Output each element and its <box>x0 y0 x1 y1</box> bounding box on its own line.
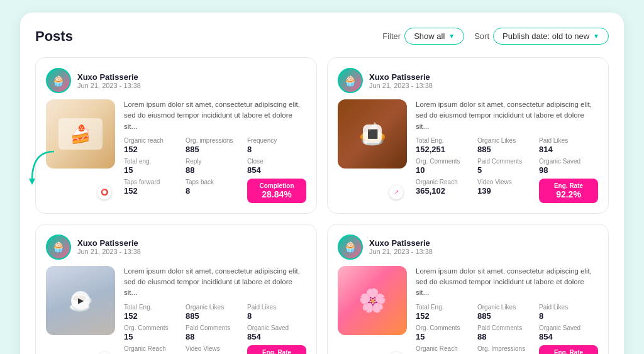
stats-grid-4: Total Eng. 152 Organic Likes 885 Paid Li… <box>416 304 598 355</box>
post-stats-2: Lorem ipsum dolor sit amet, consectetur … <box>416 99 598 203</box>
stats-grid-1: Organic reach 152 Org. impressions 885 F… <box>124 137 306 203</box>
stat-label: Close <box>247 158 306 165</box>
stat-value: 365,102 <box>416 186 475 196</box>
stat-value: 152,251 <box>416 145 475 154</box>
avatar-4: 🧁 <box>338 235 363 260</box>
highlight-label-4: Eng. Rate <box>554 349 583 355</box>
stat-label: Paid Likes <box>539 304 598 311</box>
svg-marker-0 <box>29 179 35 185</box>
post-date-4: Jun 21, 2023 - 13:38 <box>369 248 433 255</box>
stat-value: 152 <box>124 186 183 196</box>
stat-organic-reach-4: Organic Reach 152 <box>416 345 475 355</box>
stat-label: Paid Comments <box>477 158 536 165</box>
post-description-3: Lorem ipsum dolor sit amet, consectetur … <box>124 266 306 299</box>
post-body-1: 🍰 ⭕ Lorem ipsum dolor sit amet, consecte… <box>46 99 306 203</box>
stat-value: 8 <box>247 311 306 321</box>
post-author-4: Xuxo Patisserie <box>369 238 433 248</box>
post-date-2: Jun 21, 2023 - 13:38 <box>369 82 433 89</box>
stat-label: Paid Likes <box>247 304 306 311</box>
stat-value: 885 <box>477 311 536 321</box>
stat-label: Taps back <box>186 179 245 185</box>
chevron-down-icon: ▼ <box>448 33 455 40</box>
post-image-3: ☕ ▶ <box>46 266 115 335</box>
stat-value: 814 <box>539 145 598 154</box>
post-stats-3: Lorem ipsum dolor sit amet, consectetur … <box>124 266 306 354</box>
filter-value: Show all <box>414 31 445 41</box>
stat-label: Taps forward <box>124 179 183 185</box>
post-description-1: Lorem ipsum dolor sit amet, consectetur … <box>124 99 306 132</box>
post-header-3: 🧁 Xuxo Patisserie Jun 21, 2023 - 13:38 <box>46 235 306 260</box>
stat-value: 5 <box>477 165 536 175</box>
main-container: Posts Filter Show all ▼ Sort Publish dat… <box>20 13 624 354</box>
stat-label: Org. Comments <box>124 324 183 331</box>
post-body-2: 🥧 ⬛ ↗ Lorem ipsum dolor sit amet, consec… <box>338 99 598 203</box>
stat-label: Org. Impressions <box>477 345 536 352</box>
post-description-2: Lorem ipsum dolor sit amet, consectetur … <box>416 99 598 132</box>
post-card-2: 🧁 Xuxo Patisserie Jun 21, 2023 - 13:38 🥧… <box>327 57 609 214</box>
post-meta-4: Xuxo Patisserie Jun 21, 2023 - 13:38 <box>369 238 433 255</box>
post-header-1: 🧁 Xuxo Patisserie Jun 21, 2023 - 13:38 <box>46 68 306 93</box>
stat-frequency: Frequency 8 <box>247 137 306 154</box>
stat-label: Organic Saved <box>539 324 598 331</box>
stat-label: Organic Reach <box>124 345 183 352</box>
avatar-1: 🧁 <box>46 68 71 93</box>
eng-rate-highlight-4: Eng. Rate 28.84% <box>539 345 598 355</box>
stat-label: Total Eng. <box>124 304 183 311</box>
post-card-wrapper-1: 🧁 Xuxo Patisserie Jun 21, 2023 - 13:38 🍰 <box>35 57 317 214</box>
post-meta-1: Xuxo Patisserie Jun 21, 2023 - 13:38 <box>77 72 141 89</box>
stat-org-comments-3: Org. Comments 15 <box>124 324 183 341</box>
avatar-3: 🧁 <box>46 235 71 260</box>
stat-organic-reach: Organic reach 152 <box>124 137 183 154</box>
posts-header: Posts Filter Show all ▼ Sort Publish dat… <box>35 28 609 45</box>
post-image-container-3: ☕ ▶ ↗ <box>46 266 115 354</box>
highlight-label-2: Eng. Rate <box>554 182 583 189</box>
post-date-3: Jun 21, 2023 - 13:38 <box>77 248 141 255</box>
stat-total-eng-4: Total Eng. 152 <box>416 304 475 321</box>
sort-label: Sort <box>474 31 489 41</box>
post-card-3: 🧁 Xuxo Patisserie Jun 21, 2023 - 13:38 ☕… <box>35 224 317 354</box>
post-header-4: 🧁 Xuxo Patisserie Jun 21, 2023 - 13:38 <box>338 235 598 260</box>
stat-value: 88 <box>186 165 245 175</box>
stat-organic-likes-4: Organic Likes 885 <box>477 304 536 321</box>
sort-dropdown[interactable]: Publish date: old to new ▼ <box>493 28 609 45</box>
stat-organic-likes-3: Organic Likes 885 <box>186 304 245 321</box>
stat-org-comments-2: Org. Comments 10 <box>416 158 475 175</box>
stat-value: 8 <box>247 145 306 154</box>
stat-paid-comments-4: Paid Comments 88 <box>477 324 536 341</box>
reel-icon: ⬛ <box>363 124 382 143</box>
filter-dropdown[interactable]: Show all ▼ <box>404 28 464 45</box>
post-meta-3: Xuxo Patisserie Jun 21, 2023 - 13:38 <box>77 238 141 255</box>
stat-label: Total Eng. <box>416 137 475 144</box>
stat-paid-likes-4: Paid Likes 8 <box>539 304 598 321</box>
stat-label: Organic Saved <box>247 324 306 331</box>
play-icon: ▶ <box>71 291 90 310</box>
stat-org-comments-4: Org. Comments 15 <box>416 324 475 341</box>
stat-org-impressions-4: Org. Impressions 8 <box>477 345 536 355</box>
stat-value: 152 <box>124 145 183 154</box>
stat-total-eng-3: Total Eng. 152 <box>124 304 183 321</box>
stat-label: Organic Reach <box>416 179 475 185</box>
page-title: Posts <box>35 28 73 45</box>
stats-grid-3: Total Eng. 152 Organic Likes 885 Paid Li… <box>124 304 306 355</box>
stat-label: Organic Reach <box>416 345 475 352</box>
stat-label: Total eng. <box>124 158 183 165</box>
eng-rate-highlight-3: Eng. Rate 28.84% <box>247 345 306 355</box>
stat-label: Video Views <box>186 345 245 352</box>
post-stats-4: Lorem ipsum dolor sit amet, consectetur … <box>416 266 598 354</box>
eng-rate-highlight-2: Eng. Rate 92.2% <box>539 179 598 203</box>
stat-value: 139 <box>477 186 536 196</box>
stat-label: Paid Comments <box>477 324 536 331</box>
post-date-1: Jun 21, 2023 - 13:38 <box>77 82 141 89</box>
stat-organic-saved-4: Organic Saved 854 <box>539 324 598 341</box>
stat-label: Reply <box>186 158 245 165</box>
highlight-label-3: Eng. Rate <box>262 349 291 355</box>
stat-label: Organic Likes <box>477 137 536 144</box>
stats-grid-2: Total Eng. 152,251 Organic Likes 885 Pai… <box>416 137 598 203</box>
stat-label: Organic Likes <box>186 304 245 311</box>
stat-value: 854 <box>247 332 306 341</box>
filter-group: Filter Show all ▼ <box>382 28 464 45</box>
stat-label: Total Eng. <box>416 304 475 311</box>
stat-value: 152 <box>124 311 183 321</box>
stat-total-eng-2: Total Eng. 152,251 <box>416 137 475 154</box>
stat-value: 88 <box>477 332 536 341</box>
